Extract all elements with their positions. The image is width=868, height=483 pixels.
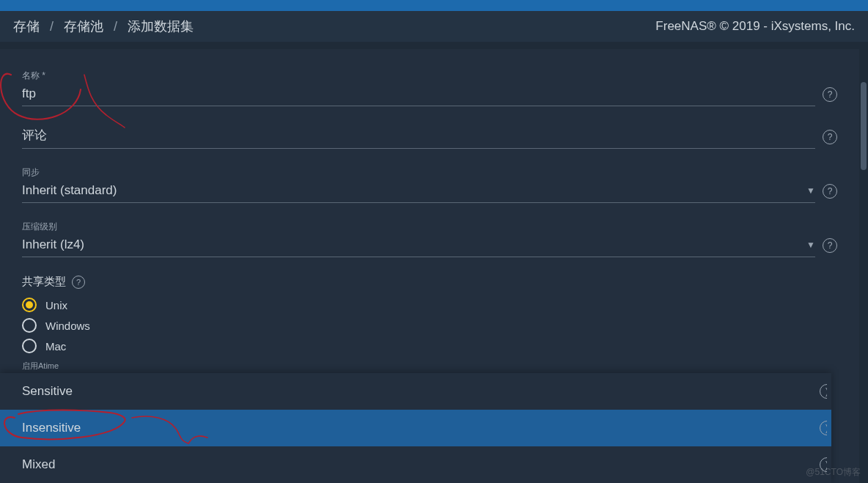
radio-option-windows[interactable]: Windows [22,318,837,333]
chevron-down-icon: ▼ [806,185,815,196]
comment-input[interactable]: 评论 [22,127,47,144]
dropdown-option-insensitive[interactable]: Insensitive ) [0,410,831,446]
radio-label-windows: Windows [45,320,90,332]
radio-icon [22,339,37,353]
dropdown-option-label: Mixed [22,457,55,472]
chevron-down-icon: ▼ [806,240,815,250]
breadcrumb-item-pools[interactable]: 存储池 [64,18,103,35]
help-icon[interactable]: ? [72,276,85,289]
breadcrumb-item-storage[interactable]: 存储 [13,18,40,35]
help-icon[interactable]: ? [823,184,837,199]
radio-option-unix[interactable]: Unix [22,298,837,312]
top-accent-bar [0,0,868,11]
breadcrumb: 存储 / 存储池 / 添加数据集 [13,18,194,35]
scrollbar-thumb[interactable] [861,82,867,170]
compression-select[interactable]: Inherit (lz4) ▼ [22,235,815,257]
breadcrumb-bar: 存储 / 存储池 / 添加数据集 FreeNAS® © 2019 - iXsys… [0,11,868,42]
compression-field-label: 压缩级别 [22,221,815,233]
atime-label: 启用Atime [22,361,837,372]
breadcrumb-sep: / [114,19,117,34]
share-type-heading: 共享类型 ? [22,275,837,289]
dropdown-option-mixed[interactable]: Mixed ) [0,446,831,483]
help-icon[interactable]: ? [823,238,837,253]
watermark-text: @51CTO博客 [806,466,861,479]
sync-select[interactable]: Inherit (standard) ▼ [22,180,815,203]
share-type-radio-group: Unix Windows Mac [22,298,837,353]
sync-select-value: Inherit (standard) [22,183,806,198]
radio-label-unix: Unix [45,299,67,311]
share-type-label: 共享类型 [22,275,66,289]
radio-icon [22,298,37,312]
breadcrumb-item-add-dataset[interactable]: 添加数据集 [128,18,194,35]
dropdown-option-sensitive[interactable]: Sensitive ) [0,373,831,410]
breadcrumb-sep: / [50,19,54,34]
dropdown-option-label: Sensitive [22,384,73,399]
copyright-text: FreeNAS® © 2019 - iXsystems, Inc. [655,19,855,34]
radio-icon [22,318,37,333]
name-input[interactable] [22,86,815,101]
help-icon[interactable]: ? [823,87,837,102]
help-icon[interactable]: ? [823,130,837,144]
sync-field-label: 同步 [22,166,815,179]
dropdown-option-label: Insensitive [22,421,81,435]
compression-select-value: Inherit (lz4) [22,237,806,252]
radio-label-mac: Mac [45,340,66,353]
name-field-label: 名称 * [22,70,815,82]
case-sensitivity-dropdown: Sensitive ) Insensitive ) Mixed ) [0,373,831,483]
radio-option-mac[interactable]: Mac [22,339,837,353]
